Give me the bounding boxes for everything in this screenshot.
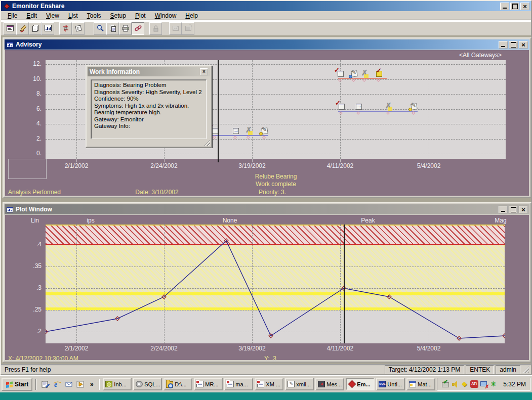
check-flag-icon[interactable]: ✓ — [375, 70, 383, 78]
yellow-diamond-icon[interactable] — [461, 380, 469, 388]
advisory-title: Advisory — [16, 41, 42, 48]
taskbar-button-mes[interactable]: Mes... — [315, 378, 344, 390]
axis-scale-label[interactable]: Lin — [31, 217, 39, 224]
menu-setup[interactable]: Setup — [106, 11, 131, 20]
annotation-relube: Relube Bearing — [195, 173, 357, 180]
refresh-save-button[interactable] — [59, 22, 72, 35]
menu-view[interactable]: View — [42, 11, 64, 20]
magnitude-label[interactable]: Mag — [495, 217, 506, 224]
advisory-close-button[interactable] — [519, 41, 528, 49]
resize-grip[interactable] — [203, 139, 210, 146]
link-chain-button[interactable] — [132, 22, 144, 35]
show-desktop-icon[interactable] — [39, 378, 51, 390]
disc-icon — [136, 381, 143, 387]
task-label: Em... — [357, 381, 370, 387]
work-information-close-icon[interactable]: × — [200, 68, 208, 75]
plot-close-button[interactable] — [519, 206, 528, 213]
advisory-minimize-button[interactable] — [499, 41, 508, 49]
pages-button[interactable] — [29, 22, 42, 35]
menu-plot[interactable]: Plot — [131, 11, 150, 20]
close-button[interactable] — [520, 3, 529, 10]
units-label[interactable]: ips — [87, 217, 94, 224]
taskbar-clock[interactable]: 5:32 PM — [503, 381, 526, 388]
taskbar-button-d[interactable]: D:\... — [163, 378, 192, 390]
menu-tools[interactable]: Tools — [83, 11, 106, 20]
note-pencil-icon[interactable]: ✎ — [410, 103, 418, 111]
task-label: MR... — [205, 381, 218, 387]
adv-y-tick-label: 10. — [16, 75, 42, 82]
clipboard-arrow-icon[interactable]: → — [354, 103, 362, 111]
work-information-titlebar[interactable]: Work Information × — [88, 67, 210, 76]
edit-pencil-button[interactable] — [16, 22, 29, 35]
taskbar-button-inb[interactable]: Inb... — [103, 378, 132, 390]
advisory-cursor-line[interactable] — [218, 60, 219, 162]
tool-x-icon[interactable] — [384, 103, 392, 111]
plot-x-tick-label: 2/24/2002 — [143, 345, 185, 352]
note-device-icon[interactable]: ✎ — [350, 70, 358, 78]
adv-gridline-v — [429, 60, 429, 159]
advisory-titlebar[interactable]: Advisory — [5, 39, 529, 50]
network-error-icon[interactable] — [480, 380, 488, 388]
plot-minimize-button[interactable] — [499, 206, 508, 213]
taskbar-button-mat[interactable]: Mat... — [406, 378, 435, 390]
plot-y-tick-label: .3 — [16, 284, 42, 291]
ati-icon[interactable] — [470, 380, 478, 388]
agent-check-icon[interactable] — [441, 380, 449, 388]
media-player-icon[interactable] — [74, 378, 86, 390]
taskbar-button-ma[interactable]: ma... — [224, 378, 253, 390]
calendar-check-icon[interactable]: ✓ — [337, 103, 345, 111]
taskbar-button-em[interactable]: Em... — [346, 378, 375, 390]
task-label: SQL... — [144, 381, 160, 387]
app-titlebar[interactable]: Emonitor Enshare — [1, 1, 531, 11]
menu-list[interactable]: List — [64, 11, 83, 20]
doc-icon — [196, 381, 203, 387]
menu-file[interactable]: File — [3, 11, 22, 20]
quick-launch-overflow-icon[interactable]: » — [88, 381, 96, 388]
copy-button[interactable] — [106, 22, 119, 35]
gateway-selector-label[interactable]: <All Gateways> — [459, 52, 502, 59]
work-info-diagnosis: Diagnosis: Bearing Problem — [94, 82, 203, 89]
taskbar: Start e » Inb...SQL...D:\...MR...ma...XM… — [0, 375, 532, 392]
menu-bar: FileEditViewListToolsSetupPlotWindowHelp — [1, 11, 531, 21]
magnifier-button[interactable] — [94, 22, 106, 35]
outlook-express-icon[interactable] — [63, 378, 74, 390]
plot-maximize-button[interactable] — [509, 206, 518, 213]
taskbar-button-xm[interactable]: XM ... — [255, 378, 283, 390]
filter-label[interactable]: None — [223, 217, 237, 224]
plot-titlebar[interactable]: Plot Window — [5, 204, 529, 214]
icq-icon[interactable] — [489, 380, 498, 388]
advisory-maximize-button[interactable] — [509, 41, 518, 49]
speaker-icon[interactable] — [451, 380, 459, 388]
calendar-check-icon[interactable]: ✓ — [336, 70, 344, 78]
work-information-popup[interactable]: Work Information × Diagnosis: Bearing Pr… — [86, 65, 212, 148]
taskbar-button-mr[interactable]: MR... — [194, 378, 223, 390]
menu-edit[interactable]: Edit — [22, 11, 42, 20]
minimize-button[interactable] — [500, 3, 509, 10]
start-button[interactable]: Start — [2, 378, 32, 391]
chart-button[interactable] — [42, 22, 54, 35]
taskbar-button-sql[interactable]: SQL... — [133, 378, 162, 390]
plot-cursor-line[interactable] — [344, 225, 345, 343]
printer-button[interactable] — [119, 22, 132, 35]
cursor-x-readout: X: 4/12/2002 10:30:00 AM — [8, 355, 78, 360]
taskbar-button-xmli[interactable]: ✎xmli... — [285, 378, 314, 390]
status-bar: Press F1 for help Target: 4/12/2002 1:13… — [1, 364, 531, 374]
clipboard-arrow-icon[interactable]: → — [231, 127, 239, 135]
load-note-button[interactable] — [72, 22, 85, 35]
task-label: XM ... — [266, 381, 280, 387]
maximize-button[interactable] — [510, 3, 519, 10]
menu-help[interactable]: Help — [181, 11, 202, 20]
trend-chart-area[interactable] — [46, 225, 505, 343]
menu-window[interactable]: Window — [150, 11, 181, 20]
doc-icon — [227, 381, 234, 387]
card-icon — [409, 381, 416, 387]
note-pencil-icon[interactable]: ✎ — [260, 127, 268, 135]
internet-explorer-icon[interactable]: e — [51, 378, 63, 390]
adv-x-tick-label: 3/19/2002 — [231, 162, 273, 169]
list-report-button[interactable] — [4, 22, 16, 35]
resize-grip[interactable] — [522, 366, 529, 373]
tool-x-icon[interactable] — [360, 70, 369, 78]
detection-label[interactable]: Peak — [361, 217, 375, 224]
taskbar-button-unti[interactable]: SQLUnti... — [376, 378, 405, 390]
tool-x-icon[interactable] — [244, 127, 253, 135]
